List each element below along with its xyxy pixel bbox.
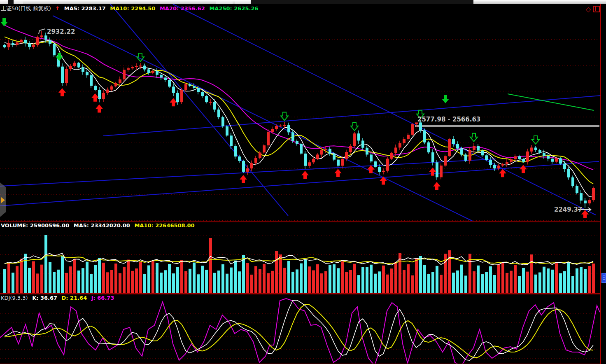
ma10-value: MA10: 2294.50 [110,5,155,12]
symbol-title: 上证50(日线.前复权) [1,5,51,12]
peak-price-label: 2932.22 [47,28,75,35]
ma250-value: MA250: 2625.26 [209,5,258,12]
ma20-value: MA20: 2356.62 [160,5,205,12]
kdj-name: KDJ(9,3,3) [1,295,28,301]
trading-app-window: 上证50(日线.前复权) ↑ MA5: 2283.17 MA10: 2294.5… [0,0,606,364]
kdj-k-value: K: 36.67 [32,295,57,301]
volume-pane-header: VOLUME: 25900596.00 MA5: 23342020.00 MA1… [1,222,197,229]
kdj-d-value: D: 21.64 [62,295,87,301]
restore-window-icon[interactable] [593,6,600,12]
chart-canvas[interactable] [0,0,606,364]
kdj-j-value: J: 66.73 [91,295,114,301]
volume-ma5-value: MA5: 23342020.00 [74,222,130,229]
expand-right-icon [1,197,5,203]
low-price-label: 2249.37 [554,206,582,213]
kdj-pane-header: KDJ(9,3,3) K: 36.67 D: 21.64 J: 66.73 [1,295,117,301]
gap-range-label: 2577.98 - 2566.63 [417,116,480,123]
volume-value: VOLUME: 25900596.00 [1,222,69,229]
scrollbar-thumb[interactable] [601,273,606,283]
up-arrow-icon: ↑ [55,5,60,12]
ma5-value: MA5: 2283.17 [64,5,106,12]
diamond-icon[interactable]: ◇ [585,6,592,13]
volume-ma10-value: MA10: 22646508.00 [134,222,194,229]
price-pane-header: 上证50(日线.前复权) ↑ MA5: 2283.17 MA10: 2294.5… [1,5,261,12]
sidebar-collapse-handle[interactable] [0,182,6,217]
